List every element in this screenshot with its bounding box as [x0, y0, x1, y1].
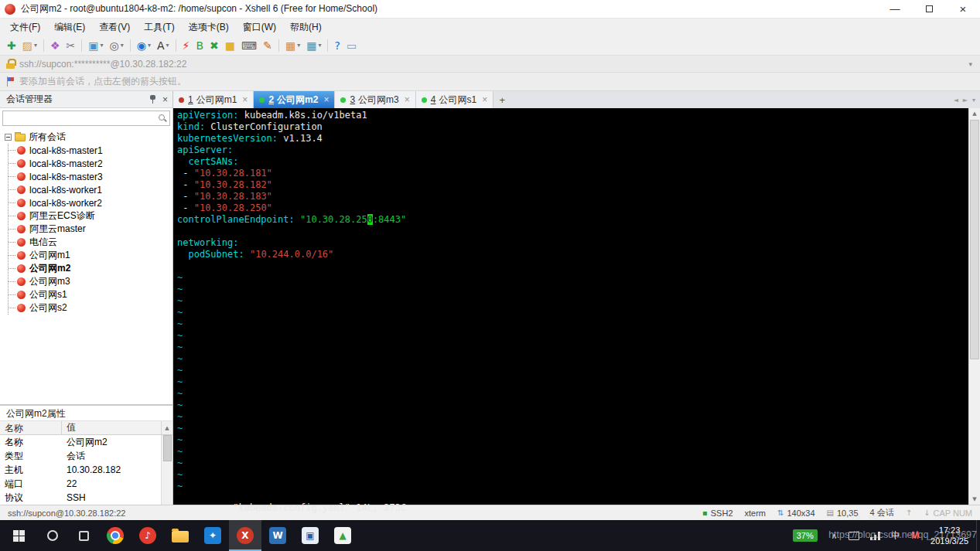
menu-item-edit[interactable]: 编辑(E): [47, 19, 92, 36]
session-item[interactable]: 公司网s1: [9, 288, 172, 301]
toolbar-new-session-button[interactable]: ✚: [5, 37, 19, 54]
menu-item-help[interactable]: 帮助(H): [283, 19, 329, 36]
tab-close-icon[interactable]: ×: [482, 94, 487, 105]
ime-indicator[interactable]: 中: [891, 529, 900, 542]
toolbar-layout-button[interactable]: ▦▾: [304, 37, 323, 54]
toolbar-message-button[interactable]: ▭: [344, 37, 359, 54]
toolbar-run-script-button[interactable]: ⚡: [180, 37, 193, 54]
taskbar-file-explorer-button[interactable]: [164, 520, 196, 551]
tab-close-icon[interactable]: ×: [405, 94, 410, 105]
toolbar-script-x-button[interactable]: ✖: [207, 37, 221, 54]
session-item[interactable]: 公司网m2: [9, 262, 172, 275]
toolbar-font-button[interactable]: A▾: [155, 37, 172, 54]
session-search-input[interactable]: [5, 112, 158, 124]
scroll-down-icon[interactable]: ▼: [969, 494, 980, 505]
tilde-marker: ~: [177, 481, 183, 489]
tab-4[interactable]: 4公司网s1×: [416, 91, 493, 108]
session-label: local-k8s-master3: [29, 172, 103, 182]
maximize-button[interactable]: [912, 0, 946, 18]
display-tray-button[interactable]: [849, 532, 859, 540]
toolbar-session-properties-button[interactable]: ❖: [48, 37, 63, 54]
taskbar-chrome-button[interactable]: [99, 520, 131, 551]
tab-bar: 1公司网m1×2公司网m2×3公司网m3×4公司网s1× + ◄ ► ▾: [173, 91, 980, 108]
taskbar-clock[interactable]: 17:23 2019/3/25: [930, 525, 968, 546]
show-desktop-button[interactable]: [976, 520, 980, 551]
toolbar-disconnect-button[interactable]: ✂: [64, 37, 78, 54]
session-item[interactable]: 阿里云ECS诊断: [9, 209, 172, 223]
cortana-button[interactable]: [37, 520, 68, 551]
tree-root-label: 所有会话: [29, 131, 66, 144]
tilde-marker: ~: [177, 457, 183, 468]
start-button[interactable]: [0, 520, 37, 551]
status-bar-right: ▪SSH2xterm⇅140x34▤10,354 会话↑↓: [702, 507, 930, 519]
terminal-scrollbar[interactable]: ▲ ▼: [968, 108, 980, 505]
close-button[interactable]: ×: [946, 0, 980, 18]
session-item[interactable]: 公司网s2: [9, 301, 172, 315]
session-item[interactable]: 公司网m3: [9, 275, 172, 288]
toolbar-duplicate-session-button[interactable]: ▣▾: [86, 37, 105, 54]
taskbar-image-tool-button[interactable]: ▲: [326, 520, 359, 551]
properties-scroll-up-icon[interactable]: ▲: [161, 421, 172, 434]
address-bar[interactable]: ssh://supcon:**********@10.30.28.182:22 …: [0, 56, 980, 73]
menu-item-tools[interactable]: 工具(T): [137, 19, 181, 36]
properties-scrollbar-thumb[interactable]: [163, 435, 172, 461]
taskbar-xshell-button[interactable]: X: [229, 520, 261, 551]
tab-1[interactable]: 1公司网m1×: [173, 91, 254, 108]
task-view-button[interactable]: [68, 520, 99, 551]
taskbar-vmware-workstation-button[interactable]: W: [261, 520, 294, 551]
toolbar-lock-button[interactable]: ■: [223, 37, 237, 54]
toolbar-pen-button[interactable]: ✎: [261, 37, 275, 54]
tab-close-icon[interactable]: ×: [242, 94, 248, 105]
session-item[interactable]: local-k8s-worker2: [9, 196, 172, 209]
toolbar-script-b-button[interactable]: B: [193, 37, 206, 54]
toolbar-package-button[interactable]: ▦▾: [283, 37, 302, 54]
session-item[interactable]: local-k8s-master2: [9, 157, 172, 170]
menu-item-window[interactable]: 窗口(W): [236, 19, 283, 36]
hint-text: 要添加当前会话，点击左侧的箭头按钮。: [19, 75, 186, 88]
tray-expand-icon[interactable]: ∧: [831, 532, 837, 540]
terminal-segment: apiVersion:: [177, 110, 238, 121]
session-item[interactable]: 电信云: [9, 236, 172, 249]
toolbar-find-button[interactable]: ◎▾: [108, 37, 126, 54]
tree-connector: [9, 202, 15, 203]
battery-indicator[interactable]: 37%: [793, 529, 818, 542]
status-keylock: CAP NUM: [933, 508, 972, 518]
panel-close-icon[interactable]: ×: [162, 94, 168, 105]
new-tab-button[interactable]: +: [493, 91, 510, 108]
network-tray-button[interactable]: [870, 532, 880, 540]
tab-3[interactable]: 3公司网m3×: [335, 91, 415, 108]
xshell-icon: X: [237, 527, 254, 544]
scroll-up-icon[interactable]: ▲: [969, 108, 980, 119]
tab-menu-caret-icon[interactable]: ▾: [972, 97, 975, 104]
collapse-icon[interactable]: [5, 134, 12, 141]
session-tree-root[interactable]: 所有会话: [5, 131, 172, 144]
session-item[interactable]: local-k8s-worker1: [9, 183, 172, 196]
m-badge-icon[interactable]: M: [911, 530, 919, 541]
taskbar-music-app-button[interactable]: ♪: [131, 520, 164, 551]
toolbar-keyboard-button[interactable]: ⌨: [239, 37, 259, 54]
toolbar-open-session-button[interactable]: ▨▾: [20, 37, 39, 54]
session-label: local-k8s-master2: [29, 158, 103, 169]
menu-item-view[interactable]: 查看(V): [92, 19, 137, 36]
session-item[interactable]: local-k8s-master3: [9, 170, 172, 183]
tab-close-icon[interactable]: ×: [323, 94, 329, 105]
toolbar-help-button[interactable]: ?: [332, 37, 342, 54]
tab-scroll-left-icon[interactable]: ◄: [954, 97, 958, 104]
taskbar-qq-button[interactable]: ✦: [196, 520, 229, 551]
scrollbar-thumb[interactable]: [970, 120, 979, 359]
tab-scroll-right-icon[interactable]: ►: [963, 97, 968, 104]
tab-2[interactable]: 2公司网m2×: [254, 91, 335, 108]
minimize-button[interactable]: —: [878, 0, 912, 18]
terminal[interactable]: apiVersion: kubeadm.k8s.io/v1beta1kind: …: [173, 108, 980, 505]
toolbar-compose-button[interactable]: ◉▾: [135, 37, 153, 54]
menu-item-file[interactable]: 文件(F): [3, 19, 47, 36]
menu-item-tab[interactable]: 选项卡(B): [182, 19, 236, 36]
pin-icon[interactable]: [149, 95, 156, 104]
properties-scrollbar[interactable]: [161, 435, 172, 505]
address-dropdown-caret-icon[interactable]: ▾: [968, 60, 974, 68]
taskbar-virtualbox-button[interactable]: ▣: [294, 520, 326, 551]
dropdown-caret-icon: ▾: [101, 42, 104, 49]
session-item[interactable]: local-k8s-master1: [9, 144, 172, 157]
session-item[interactable]: 阿里云master: [9, 223, 172, 236]
session-item[interactable]: 公司网m1: [9, 249, 172, 262]
